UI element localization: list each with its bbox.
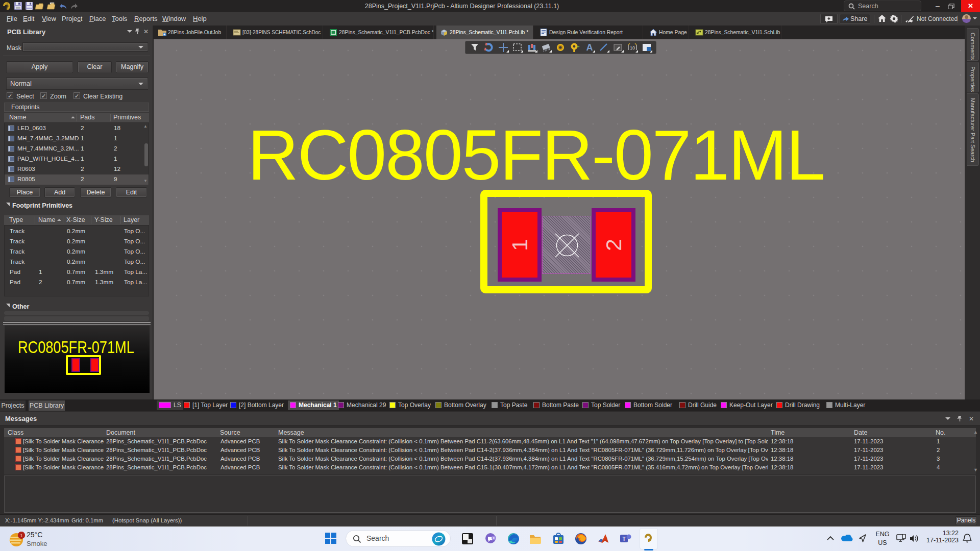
svg-text:T: T [622, 536, 625, 542]
svg-text:10: 10 [630, 45, 635, 51]
svg-text:1: 1 [20, 533, 22, 538]
svg-text:A: A [586, 42, 593, 53]
